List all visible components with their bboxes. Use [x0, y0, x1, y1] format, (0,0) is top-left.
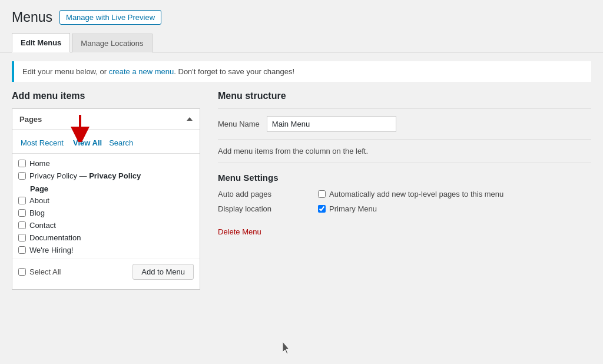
sub-tab-most-recent[interactable]: Most Recent	[17, 137, 67, 148]
checkbox-were-hiring[interactable]	[18, 246, 26, 254]
checkbox-blog[interactable]	[18, 209, 26, 217]
select-all-checkbox[interactable]	[18, 268, 26, 276]
label-blog[interactable]: Blog	[29, 209, 45, 217]
sub-tabs-row: Most Recent	[12, 135, 200, 154]
live-preview-button[interactable]: Manage with Live Preview	[59, 10, 161, 25]
accordion-pages-label: Pages	[19, 115, 42, 124]
primary-menu-label[interactable]: Primary Menu	[329, 204, 377, 213]
menu-settings-title: Menu Settings	[218, 173, 591, 183]
accordion-body: Most Recent	[12, 130, 200, 289]
list-item-contact: Contact	[17, 219, 195, 231]
left-panel: Add menu items Pages Most Recent	[12, 91, 200, 290]
cursor-icon	[283, 342, 292, 355]
label-documentation[interactable]: Documentation	[29, 233, 81, 242]
cursor-indicator	[283, 342, 292, 356]
add-to-menu-button[interactable]: Add to Menu	[132, 264, 194, 280]
tab-edit-menus[interactable]: Edit Menus	[12, 33, 70, 52]
header: Menus Manage with Live Preview	[0, 0, 603, 27]
delete-menu-link[interactable]: Delete Menu	[218, 227, 261, 236]
label-were-hiring[interactable]: We're Hiring!	[29, 246, 73, 254]
list-item-blog: Blog	[17, 207, 195, 219]
list-item-privacy-policy: Privacy Policy — Privacy Policy	[17, 170, 195, 182]
label-about[interactable]: About	[29, 196, 49, 205]
list-item-were-hiring: We're Hiring!	[17, 244, 195, 256]
label-home[interactable]: Home	[29, 159, 50, 168]
label-privacy-policy[interactable]: Privacy Policy — Privacy Policy	[29, 171, 141, 180]
right-panel: Menu structure Menu Name Add menu items …	[200, 91, 591, 290]
sub-tab-search[interactable]: Search	[105, 137, 137, 148]
tab-manage-locations[interactable]: Manage Locations	[72, 34, 152, 52]
list-item-home: Home	[17, 157, 195, 170]
primary-menu-option: Primary Menu	[318, 204, 377, 213]
accordion-header-pages[interactable]: Pages	[12, 109, 200, 130]
add-items-hint: Add menu items from the column on the le…	[218, 140, 591, 163]
notice-bar: Edit your menu below, or create a new me…	[12, 61, 591, 82]
page-title: Menus	[12, 9, 52, 27]
menu-name-row: Menu Name	[218, 108, 591, 140]
menu-structure-title: Menu structure	[218, 91, 591, 101]
list-item-documentation: Documentation	[17, 231, 195, 244]
select-all-label[interactable]: Select All	[29, 267, 61, 276]
pages-list: Home Privacy Policy — Privacy Policy Pag…	[12, 155, 200, 259]
pages-accordion: Pages Most Recent	[12, 108, 200, 290]
checkbox-contact[interactable]	[18, 221, 26, 229]
primary-menu-checkbox[interactable]	[318, 205, 326, 213]
auto-add-pages-label: Auto add pages	[218, 190, 300, 198]
display-location-row: Display location Primary Menu	[218, 204, 591, 213]
page-wrapper: Menus Manage with Live Preview Edit Menu…	[0, 0, 603, 290]
notice-text-after: . Don't forget to save your changes!	[174, 67, 294, 76]
menu-settings-section: Menu Settings Auto add pages Automatical…	[218, 173, 591, 236]
notice-text-before: Edit your menu below, or	[22, 67, 109, 76]
accordion-footer: Select All Add to Menu	[12, 259, 200, 284]
create-new-menu-link[interactable]: create a new menu	[109, 67, 174, 76]
auto-add-checkbox[interactable]	[318, 190, 326, 198]
red-arrow-icon	[69, 112, 91, 142]
checkbox-privacy-policy[interactable]	[18, 172, 26, 180]
main-content: Add menu items Pages Most Recent	[0, 91, 603, 290]
auto-add-option-label[interactable]: Automatically add new top-level pages to…	[329, 190, 503, 198]
display-location-label: Display location	[218, 204, 300, 213]
accordion-collapse-icon	[187, 117, 193, 121]
tabs-bar: Edit Menus Manage Locations	[0, 27, 603, 52]
add-menu-items-title: Add menu items	[12, 91, 200, 101]
list-item-about: About	[17, 194, 195, 207]
select-all-wrap: Select All	[18, 267, 61, 276]
checkbox-about[interactable]	[18, 197, 26, 204]
label-contact[interactable]: Contact	[29, 221, 56, 230]
menu-name-input[interactable]	[267, 116, 396, 132]
view-all-arrow-container: View All	[67, 137, 105, 148]
page-section-label: Page	[17, 182, 195, 194]
auto-add-pages-option: Automatically add new top-level pages to…	[318, 190, 503, 198]
checkbox-home[interactable]	[18, 160, 26, 167]
menu-name-label: Menu Name	[218, 120, 260, 128]
checkbox-documentation[interactable]	[18, 234, 26, 241]
auto-add-pages-row: Auto add pages Automatically add new top…	[218, 190, 591, 198]
